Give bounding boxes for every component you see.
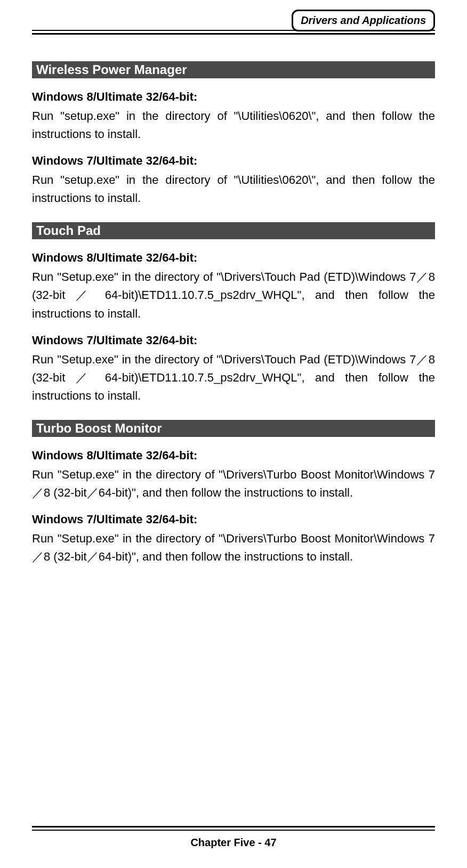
- subheading: Windows 7/Ultimate 32/64-bit:: [32, 154, 435, 168]
- page-header-box: Drivers and Applications: [292, 10, 435, 31]
- body-paragraph: Run "Setup.exe" in the directory of "\Dr…: [32, 351, 435, 405]
- body-paragraph: Run "Setup.exe" in the directory of "\Dr…: [32, 530, 435, 566]
- subheading: Windows 7/Ultimate 32/64-bit:: [32, 513, 435, 526]
- subheading: Windows 8/Ultimate 32/64-bit:: [32, 251, 435, 265]
- section-title-wireless-power-manager: Wireless Power Manager: [32, 61, 435, 78]
- subheading: Windows 8/Ultimate 32/64-bit:: [32, 90, 435, 104]
- page-footer: Chapter Five - 47: [0, 837, 467, 849]
- subheading: Windows 7/Ultimate 32/64-bit:: [32, 334, 435, 347]
- subheading: Windows 8/Ultimate 32/64-bit:: [32, 449, 435, 463]
- header-rule-thick: [32, 33, 435, 35]
- section-title-turbo-boost-monitor: Turbo Boost Monitor: [32, 420, 435, 437]
- body-paragraph: Run "setup.exe" in the directory of "\Ut…: [32, 107, 435, 143]
- page-content: Wireless Power Manager Windows 8/Ultimat…: [32, 61, 435, 566]
- page-header-label: Drivers and Applications: [301, 14, 426, 26]
- footer-rule: [32, 830, 435, 831]
- body-paragraph: Run "Setup.exe" in the directory of "\Dr…: [32, 466, 435, 502]
- section-title-touch-pad: Touch Pad: [32, 222, 435, 239]
- body-paragraph: Run "setup.exe" in the directory of "\Ut…: [32, 171, 435, 207]
- body-paragraph: Run "Setup.exe" in the directory of "\Dr…: [32, 268, 435, 322]
- footer-rule-thick: [32, 826, 435, 828]
